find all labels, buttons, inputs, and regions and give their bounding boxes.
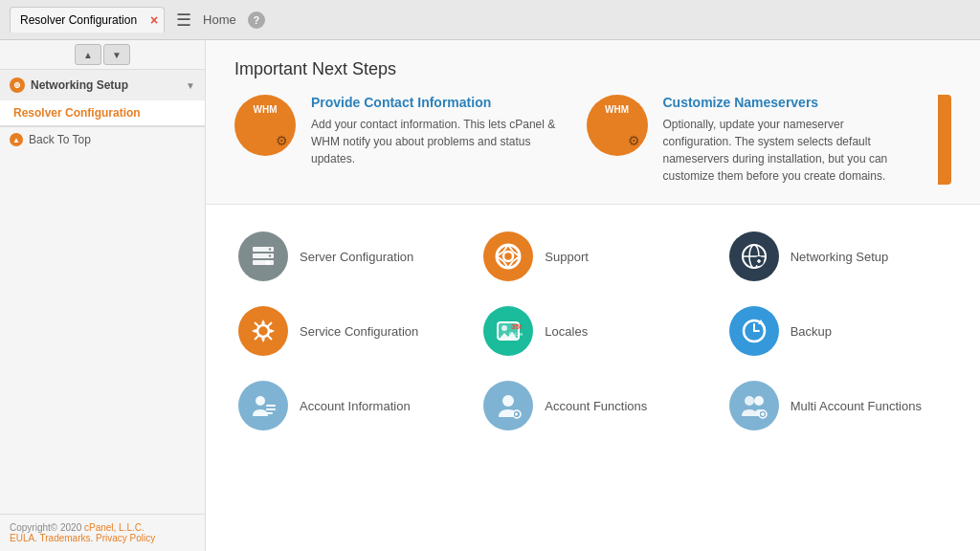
menu-item-server-config[interactable]: Server Configuration	[234, 224, 460, 289]
customize-nameservers-card: WHM ⚙ Customize Nameservers Optionally, …	[587, 95, 910, 185]
multi-account-label: Multi Account Functions	[791, 399, 922, 413]
svg-line-23	[267, 322, 272, 327]
scroll-up-button[interactable]: ▲	[75, 44, 101, 65]
svg-point-8	[503, 252, 513, 261]
tab-label: Resolver Configuration	[20, 13, 137, 27]
menu-item-service-config[interactable]: Service Configuration	[234, 298, 460, 364]
support-icon	[483, 231, 533, 281]
sidebar-section-label: Networking Setup	[31, 78, 128, 92]
svg-text:35tc: 35tc	[511, 322, 523, 331]
hamburger-icon[interactable]: ☰	[176, 10, 191, 31]
sidebar-item-label: Resolver Configuration	[13, 106, 141, 120]
svg-point-7	[497, 245, 520, 268]
resolver-config-tab[interactable]: Resolver Configuration ×	[10, 7, 165, 33]
content-area: Important Next Steps WHM ⚙ Provide Conta…	[206, 40, 980, 551]
footer-eula-link[interactable]: EULA	[10, 533, 34, 543]
svg-point-28	[501, 325, 507, 331]
footer-trademarks-link[interactable]: Trademarks	[40, 533, 91, 543]
back-label: Back To Top	[29, 133, 91, 146]
backup-icon	[729, 306, 779, 356]
sidebar-footer: Copyright© 2020 cPanel, L.L.C. EULA. Tra…	[0, 514, 205, 551]
account-functions-icon	[483, 381, 533, 430]
account-functions-label: Account Functions	[545, 399, 647, 413]
support-label: Support	[545, 250, 589, 264]
locales-label: Locales	[545, 324, 588, 339]
svg-line-25	[267, 335, 272, 340]
next-steps-cards: WHM ⚙ Provide Contact Information Add yo…	[234, 95, 951, 185]
sidebar-section-header[interactable]: ⊕ Networking Setup ▼	[0, 70, 205, 100]
svg-line-22	[255, 322, 259, 327]
svg-point-33	[256, 396, 265, 406]
provide-contact-icon[interactable]: WHM ⚙	[234, 95, 296, 156]
banner-heading: Important Next Steps	[234, 59, 951, 79]
svg-point-3	[269, 248, 271, 250]
backup-label: Backup	[791, 324, 832, 339]
networking-label: Networking Setup	[791, 250, 889, 264]
server-config-icon	[238, 231, 288, 281]
scroll-down-button[interactable]: ▼	[103, 44, 130, 65]
svg-line-24	[255, 335, 259, 340]
provide-contact-content: Provide Contact Information Add your con…	[311, 95, 558, 167]
svg-text:Cu1es: Cu1es	[509, 331, 523, 337]
svg-point-39	[745, 396, 754, 406]
locales-icon: 35tc Cu1es	[483, 306, 533, 356]
menu-item-support[interactable]: Support	[479, 224, 705, 289]
svg-rect-36	[266, 412, 273, 414]
svg-rect-34	[266, 405, 276, 407]
top-bar: Resolver Configuration × ☰ Home ?	[0, 0, 980, 40]
main-layout: ▲ ▼ ⊕ Networking Setup ▼ Resolver Config…	[0, 40, 980, 551]
server-config-label: Server Configuration	[300, 250, 413, 264]
provide-contact-card: WHM ⚙ Provide Contact Information Add yo…	[234, 95, 558, 185]
networking-icon	[729, 231, 779, 281]
provide-contact-title[interactable]: Provide Contact Information	[311, 95, 558, 110]
sidebar-arrows: ▲ ▼	[0, 40, 205, 70]
footer-privacy-link[interactable]: Privacy Policy	[96, 533, 155, 543]
svg-point-37	[502, 395, 514, 407]
sidebar-back-to-top[interactable]: ▲ Back To Top	[0, 126, 205, 152]
menu-item-networking[interactable]: Networking Setup	[725, 224, 951, 289]
customize-nameservers-icon[interactable]: WHM ⚙	[587, 95, 648, 156]
back-icon: ▲	[10, 133, 23, 146]
menu-grid: Server Configuration	[206, 205, 980, 457]
customize-nameservers-title[interactable]: Customize Nameservers	[663, 95, 910, 110]
next-steps-banner: Important Next Steps WHM ⚙ Provide Conta…	[206, 40, 980, 205]
customize-nameservers-content: Customize Nameservers Optionally, update…	[663, 95, 910, 185]
provide-contact-desc: Add your contact information. This lets …	[311, 116, 558, 167]
customize-nameservers-desc: Optionally, update your nameserver confi…	[663, 116, 910, 185]
right-edge-strip	[938, 95, 951, 185]
svg-rect-2	[253, 260, 274, 265]
footer-cpanel-link[interactable]: cPanel, L.L.C.	[84, 522, 145, 533]
menu-item-multi-account[interactable]: Multi Account Functions	[725, 373, 951, 438]
menu-item-account-functions[interactable]: Account Functions	[479, 373, 705, 438]
multi-account-icon	[729, 381, 779, 430]
account-info-label: Account Information	[300, 399, 411, 413]
networking-section-icon: ⊕	[10, 77, 25, 93]
help-icon[interactable]: ?	[248, 11, 265, 29]
sidebar-item-resolver-config[interactable]: Resolver Configuration	[0, 100, 205, 125]
menu-item-locales[interactable]: 35tc Cu1es Locales	[479, 298, 705, 364]
svg-point-40	[754, 396, 764, 406]
service-config-icon	[238, 306, 288, 356]
close-tab-button[interactable]: ×	[150, 12, 158, 28]
svg-rect-35	[266, 408, 276, 410]
svg-point-5	[266, 260, 271, 265]
menu-item-backup[interactable]: Backup	[725, 298, 951, 364]
sidebar: ▲ ▼ ⊕ Networking Setup ▼ Resolver Config…	[0, 40, 206, 551]
service-config-label: Service Configuration	[300, 324, 418, 339]
home-link[interactable]: Home	[203, 12, 236, 27]
account-info-icon	[238, 381, 288, 430]
svg-point-4	[269, 254, 271, 256]
chevron-icon: ▼	[186, 80, 195, 91]
sidebar-section-networking: ⊕ Networking Setup ▼ Resolver Configurat…	[0, 70, 205, 126]
menu-item-account-info[interactable]: Account Information	[234, 373, 460, 438]
